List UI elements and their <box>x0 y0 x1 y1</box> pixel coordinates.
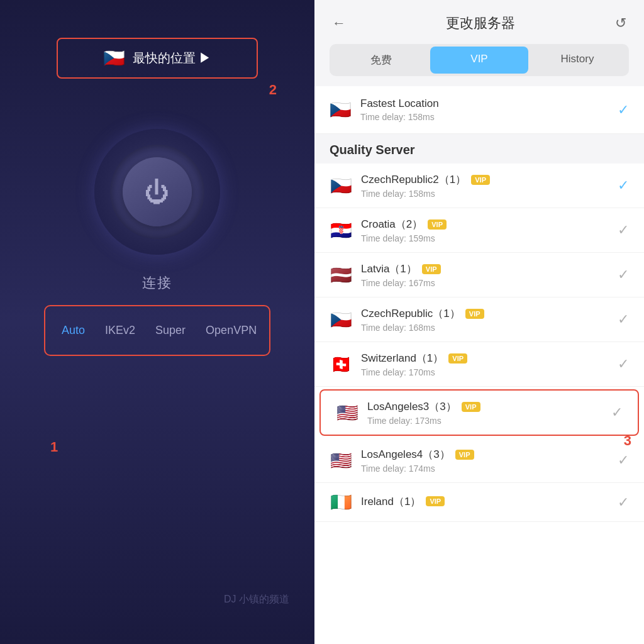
server-name: LosAngeles4（3）VIP <box>361 447 618 462</box>
server-info: CzechRepublic2（1）VIPTime delay: 158ms <box>361 172 618 199</box>
server-flag: 🇨🇭 <box>330 354 352 375</box>
fastest-location-item[interactable]: 🇨🇿 Fastest Location Time delay: 158ms ✓ <box>314 86 644 134</box>
server-flag: 🇺🇸 <box>336 402 358 423</box>
tab-vip[interactable]: VIP <box>430 47 528 74</box>
vip-badge: VIP <box>455 450 474 460</box>
protocol-super[interactable]: Super <box>145 319 196 342</box>
server-name: Croatia（2）VIP <box>361 217 618 231</box>
server-item[interactable]: 🇮🇪Ireland（1）VIP✓ <box>314 483 644 522</box>
check-icon: ✓ <box>618 311 629 328</box>
quality-server-header: Quality Server <box>314 134 644 164</box>
check-icon: ✓ <box>618 452 629 469</box>
server-delay: Time delay: 159ms <box>361 233 618 243</box>
server-flag: 🇺🇸 <box>330 450 352 471</box>
check-icon: ✓ <box>618 177 629 194</box>
server-list: 🇨🇿 Fastest Location Time delay: 158ms ✓ … <box>314 86 644 644</box>
vip-badge: VIP <box>465 309 484 319</box>
annotation-1: 1 <box>50 439 58 455</box>
server-flag: 🇮🇪 <box>330 492 352 513</box>
server-info: Croatia（2）VIPTime delay: 159ms <box>361 217 618 243</box>
protocol-ikev2[interactable]: IKEv2 <box>95 319 145 342</box>
location-flag: 🇨🇿 <box>103 48 125 69</box>
server-item[interactable]: 🇨🇭Switzerland（1）VIPTime delay: 170ms✓ <box>314 342 644 387</box>
server-name: Switzerland（1）VIP <box>361 351 618 365</box>
server-item[interactable]: 🇨🇿CzechRepublic（1）VIPTime delay: 168ms✓ <box>314 297 644 342</box>
server-info: LosAngeles3（3）VIPTime delay: 173ms <box>367 399 611 426</box>
watermark: DJ 小镇的频道 <box>224 593 289 606</box>
server-items-container: 🇨🇿CzechRepublic2（1）VIPTime delay: 158ms✓… <box>314 164 644 522</box>
tab-free[interactable]: 免费 <box>332 47 430 74</box>
server-delay: Time delay: 174ms <box>361 464 618 474</box>
tab-history[interactable]: History <box>528 47 626 74</box>
fastest-check-icon: ✓ <box>618 102 629 118</box>
location-text: 最快的位置 ▶ <box>133 50 212 67</box>
server-flag: 🇱🇻 <box>330 265 352 286</box>
server-item[interactable]: 🇺🇸LosAngeles3（3）VIPTime delay: 173ms✓ <box>319 389 639 436</box>
check-icon: ✓ <box>618 356 629 372</box>
check-icon: ✓ <box>611 404 623 421</box>
connect-label: 连接 <box>142 274 172 292</box>
check-icon: ✓ <box>618 222 629 238</box>
server-item[interactable]: 🇭🇷Croatia（2）VIPTime delay: 159ms✓ <box>314 208 644 253</box>
server-name: CzechRepublic2（1）VIP <box>361 172 618 187</box>
server-info: CzechRepublic（1）VIPTime delay: 168ms <box>361 306 618 333</box>
vip-badge: VIP <box>471 175 490 185</box>
protocol-openvpn[interactable]: OpenVPN <box>196 319 267 342</box>
server-name: Latvia（1）VIP <box>361 262 618 276</box>
server-delay: Time delay: 167ms <box>361 278 618 288</box>
vip-badge: VIP <box>426 496 445 506</box>
server-delay: Time delay: 170ms <box>361 367 618 377</box>
server-flag: 🇭🇷 <box>330 220 352 241</box>
right-panel: ← 更改服务器 ↺ 免费 VIP History 🇨🇿 Fastest Loca… <box>314 0 644 644</box>
fastest-delay: Time delay: 158ms <box>360 112 618 122</box>
server-name: CzechRepublic（1）VIP <box>361 306 618 321</box>
server-name: Ireland（1）VIP <box>361 494 618 509</box>
power-icon: ⏻ <box>145 179 170 204</box>
server-delay: Time delay: 158ms <box>361 189 618 199</box>
server-name: LosAngeles3（3）VIP <box>367 399 611 414</box>
server-delay: Time delay: 168ms <box>361 323 618 333</box>
tab-bar: 免费 VIP History <box>330 44 629 76</box>
fastest-info: Fastest Location Time delay: 158ms <box>360 97 618 122</box>
fastest-flag: 🇨🇿 <box>330 99 352 120</box>
fastest-name: Fastest Location <box>360 97 618 110</box>
protocol-auto[interactable]: Auto <box>52 319 95 342</box>
server-info: Latvia（1）VIPTime delay: 167ms <box>361 262 618 288</box>
server-info: Ireland（1）VIP <box>361 494 618 511</box>
vip-badge: VIP <box>462 402 480 412</box>
check-icon: ✓ <box>618 267 629 283</box>
page-title: 更改服务器 <box>358 14 602 33</box>
vip-badge: VIP <box>448 353 467 364</box>
server-flag: 🇨🇿 <box>330 309 352 330</box>
server-flag: 🇨🇿 <box>330 175 352 196</box>
server-item[interactable]: 🇺🇸LosAngeles4（3）VIPTime delay: 174ms✓ <box>314 438 644 483</box>
left-panel: 🇨🇿 最快的位置 ▶ 2 ⏻ 连接 Auto IKEv2 Super OpenV… <box>0 0 314 644</box>
vip-badge: VIP <box>428 219 447 230</box>
annotation-2: 2 <box>269 82 277 98</box>
protocol-selector-box: Auto IKEv2 Super OpenVPN <box>44 305 270 356</box>
server-delay: Time delay: 173ms <box>367 416 611 426</box>
protocol-row: Auto IKEv2 Super OpenVPN <box>52 319 263 342</box>
power-ring-inner: ⏻ <box>110 145 204 239</box>
server-info: LosAngeles4（3）VIPTime delay: 174ms <box>361 447 618 474</box>
server-item[interactable]: 🇨🇿CzechRepublic2（1）VIPTime delay: 158ms✓ <box>314 164 644 208</box>
back-button[interactable]: ← <box>330 13 348 34</box>
server-item[interactable]: 🇱🇻Latvia（1）VIPTime delay: 167ms✓ <box>314 253 644 297</box>
vip-badge: VIP <box>422 264 441 274</box>
server-info: Switzerland（1）VIPTime delay: 170ms <box>361 351 618 377</box>
power-ring-outer: ⏻ <box>94 129 220 255</box>
location-selector[interactable]: 🇨🇿 最快的位置 ▶ <box>57 38 258 79</box>
right-header: ← 更改服务器 ↺ <box>314 0 644 34</box>
power-button[interactable]: ⏻ <box>123 157 192 226</box>
check-icon: ✓ <box>618 494 629 511</box>
refresh-button[interactable]: ↺ <box>613 13 629 34</box>
power-area: ⏻ 连接 <box>94 129 220 292</box>
